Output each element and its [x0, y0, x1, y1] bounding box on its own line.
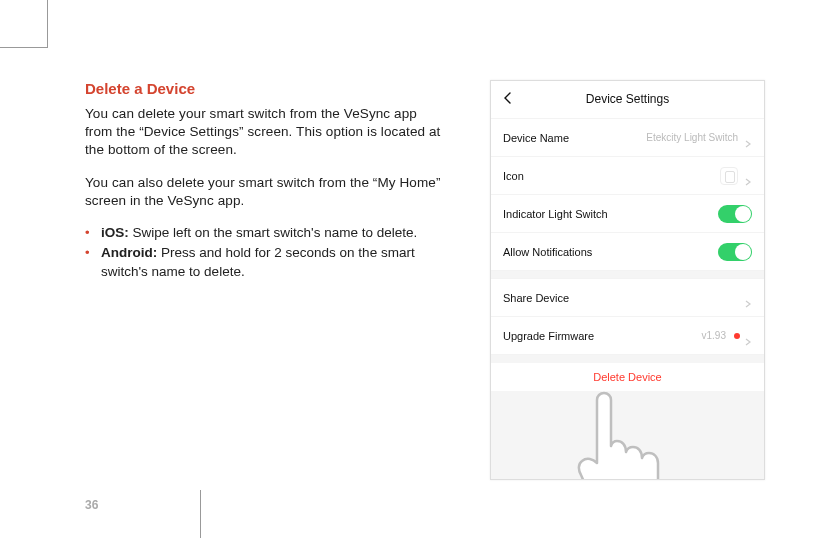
toggle-on-icon[interactable] — [718, 243, 752, 261]
phone-title: Device Settings — [586, 92, 669, 106]
section-gap — [491, 271, 764, 279]
paragraph-2: You can also delete your smart switch fr… — [85, 174, 445, 210]
crop-mark-top-left — [0, 0, 48, 48]
phone-screenshot: Device Settings Device Name Etekcity Lig… — [490, 80, 765, 480]
section-heading: Delete a Device — [85, 80, 445, 97]
pointing-hand-icon — [546, 385, 666, 480]
device-icon-preview — [720, 167, 738, 185]
row-device-name[interactable]: Device Name Etekcity Light Switch — [491, 119, 764, 157]
row-label: Allow Notifications — [503, 246, 718, 258]
phone-header: Device Settings — [491, 81, 764, 119]
row-value: v1.93 — [702, 330, 726, 341]
bullet-ios-text: Swipe left on the smart switch's name to… — [129, 225, 417, 240]
bullet-ios-label: iOS: — [101, 225, 129, 240]
phone-below-area — [491, 399, 764, 480]
page-number: 36 — [85, 498, 98, 512]
back-icon[interactable] — [501, 91, 515, 105]
bullet-android-label: Android: — [101, 245, 157, 260]
bullet-android: Android: Press and hold for 2 seconds on… — [85, 244, 445, 280]
crop-mark-bottom — [200, 490, 201, 538]
row-upgrade-firmware[interactable]: Upgrade Firmware v1.93 — [491, 317, 764, 355]
bullet-ios: iOS: Swipe left on the smart switch's na… — [85, 224, 445, 242]
row-allow-notifications[interactable]: Allow Notifications — [491, 233, 764, 271]
row-label: Icon — [503, 170, 720, 182]
page-content: Delete a Device You can delete your smar… — [85, 80, 765, 480]
row-indicator-light[interactable]: Indicator Light Switch — [491, 195, 764, 233]
update-dot-icon — [734, 333, 740, 339]
chevron-right-icon — [744, 134, 752, 142]
toggle-on-icon[interactable] — [718, 205, 752, 223]
row-label: Upgrade Firmware — [503, 330, 702, 342]
chevron-right-icon — [744, 294, 752, 302]
row-label: Share Device — [503, 292, 744, 304]
row-value: Etekcity Light Switch — [646, 132, 738, 143]
delete-device-label: Delete Device — [593, 371, 661, 383]
row-icon[interactable]: Icon — [491, 157, 764, 195]
chevron-right-icon — [744, 172, 752, 180]
row-label: Device Name — [503, 132, 646, 144]
paragraph-1: You can delete your smart switch from th… — [85, 105, 445, 160]
row-share-device[interactable]: Share Device — [491, 279, 764, 317]
text-column: Delete a Device You can delete your smar… — [85, 80, 445, 283]
row-label: Indicator Light Switch — [503, 208, 718, 220]
chevron-right-icon — [744, 332, 752, 340]
